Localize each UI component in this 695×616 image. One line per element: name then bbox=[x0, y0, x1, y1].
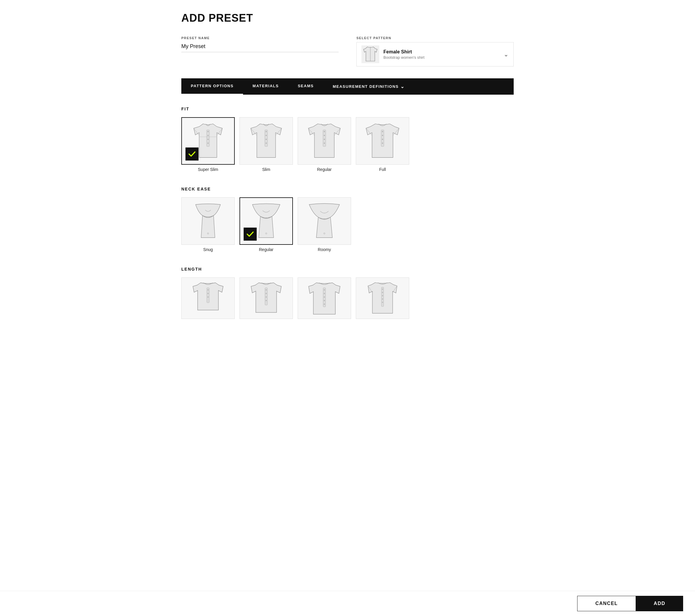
preset-name-section: PRESET NAME bbox=[181, 36, 339, 52]
svg-point-46 bbox=[324, 300, 325, 301]
svg-point-53 bbox=[382, 302, 383, 303]
fit-label-regular: Regular bbox=[317, 167, 332, 172]
svg-point-45 bbox=[324, 296, 325, 297]
svg-point-51 bbox=[382, 295, 383, 296]
svg-rect-23 bbox=[381, 130, 384, 147]
pattern-name: Female Shirt bbox=[384, 49, 424, 55]
chevron-down-icon: ⌄ bbox=[504, 51, 509, 58]
neck-ease-options-grid: Snug Regular bbox=[181, 197, 514, 252]
chevron-down-icon: ⌄ bbox=[400, 84, 405, 89]
neck-ease-section-title: NECK EASE bbox=[181, 187, 514, 191]
svg-point-5 bbox=[207, 143, 209, 144]
length-options-grid bbox=[181, 277, 514, 321]
length-option-3[interactable] bbox=[298, 277, 351, 321]
svg-point-17 bbox=[324, 131, 325, 132]
preset-name-label: PRESET NAME bbox=[181, 36, 339, 40]
svg-point-35 bbox=[207, 293, 209, 294]
pattern-description: Bootstrap women's shirt bbox=[384, 55, 424, 59]
svg-point-13 bbox=[266, 143, 267, 144]
selected-checkmark bbox=[185, 148, 199, 160]
preset-name-input[interactable] bbox=[181, 42, 339, 52]
svg-point-27 bbox=[382, 143, 383, 144]
svg-point-47 bbox=[324, 304, 325, 305]
svg-point-26 bbox=[382, 139, 383, 140]
neck-ease-label-roomy: Roomy bbox=[318, 247, 331, 252]
neck-ease-label-snug: Snug bbox=[203, 247, 213, 252]
svg-point-19 bbox=[324, 139, 325, 140]
pattern-card[interactable]: Female Shirt Bootstrap women's shirt ⌄ bbox=[356, 42, 514, 67]
svg-point-50 bbox=[382, 292, 383, 293]
fit-section-title: FIT bbox=[181, 106, 514, 111]
svg-rect-16 bbox=[323, 130, 325, 147]
length-option-4[interactable] bbox=[356, 277, 409, 321]
svg-point-52 bbox=[382, 298, 383, 300]
neck-ease-option-regular[interactable]: Regular bbox=[239, 197, 293, 252]
svg-point-44 bbox=[324, 293, 325, 294]
svg-point-38 bbox=[266, 289, 267, 291]
fit-section: FIT bbox=[181, 106, 514, 172]
select-pattern-section: SELECT PATTERN Female Shirt Bootstrap wo… bbox=[356, 36, 514, 67]
svg-point-41 bbox=[266, 300, 267, 301]
tab-seams[interactable]: SEAMS bbox=[288, 78, 323, 95]
fit-label-slim: Slim bbox=[262, 167, 270, 172]
length-option-2[interactable] bbox=[239, 277, 293, 321]
fit-option-slim[interactable]: Slim bbox=[239, 117, 293, 172]
svg-point-2 bbox=[207, 131, 209, 132]
selected-checkmark bbox=[244, 227, 257, 241]
neck-ease-label-regular: Regular bbox=[259, 247, 273, 252]
svg-rect-48 bbox=[381, 287, 384, 307]
svg-point-24 bbox=[382, 131, 383, 132]
svg-point-10 bbox=[266, 131, 267, 132]
svg-rect-1 bbox=[206, 130, 209, 147]
fit-label-full: Full bbox=[379, 167, 386, 172]
svg-point-40 bbox=[266, 296, 267, 297]
svg-point-34 bbox=[207, 289, 209, 291]
length-section: LENGTH bbox=[181, 267, 514, 321]
fit-option-full[interactable]: Full bbox=[356, 117, 409, 172]
tabs-bar: PATTERN OPTIONS MATERIALS SEAMS MEASUREM… bbox=[181, 78, 514, 95]
svg-point-11 bbox=[266, 135, 267, 136]
fit-label-super-slim: Super Slim bbox=[198, 167, 218, 172]
svg-point-39 bbox=[266, 293, 267, 294]
neck-ease-option-snug[interactable]: Snug bbox=[181, 197, 235, 252]
length-option-1[interactable] bbox=[181, 277, 235, 321]
neck-ease-option-roomy[interactable]: Roomy bbox=[298, 197, 351, 252]
select-pattern-label: SELECT PATTERN bbox=[356, 36, 514, 40]
tab-pattern-options[interactable]: PATTERN OPTIONS bbox=[181, 78, 243, 95]
tab-measurement-definitions[interactable]: MEASUREMENT DEFINITIONS ⌄ bbox=[323, 78, 414, 95]
svg-point-49 bbox=[382, 289, 383, 290]
length-section-title: LENGTH bbox=[181, 267, 514, 272]
page-title: ADD PRESET bbox=[181, 12, 514, 24]
svg-rect-9 bbox=[265, 130, 267, 147]
tab-materials[interactable]: MATERIALS bbox=[243, 78, 288, 95]
svg-point-43 bbox=[324, 289, 325, 291]
pattern-thumbnail bbox=[361, 46, 379, 63]
svg-point-25 bbox=[382, 135, 383, 136]
svg-point-12 bbox=[266, 139, 267, 140]
fit-option-super-slim[interactable]: Super Slim bbox=[181, 117, 235, 172]
svg-point-4 bbox=[207, 139, 209, 140]
fit-option-regular[interactable]: Regular bbox=[298, 117, 351, 172]
svg-point-36 bbox=[207, 296, 209, 297]
svg-point-18 bbox=[324, 135, 325, 136]
fit-options-grid: Super Slim Sl bbox=[181, 117, 514, 172]
svg-point-20 bbox=[324, 143, 325, 144]
svg-point-3 bbox=[207, 135, 209, 136]
neck-ease-section: NECK EASE Snug bbox=[181, 187, 514, 252]
top-section: PRESET NAME SELECT PATTERN Female Shirt bbox=[181, 36, 514, 67]
